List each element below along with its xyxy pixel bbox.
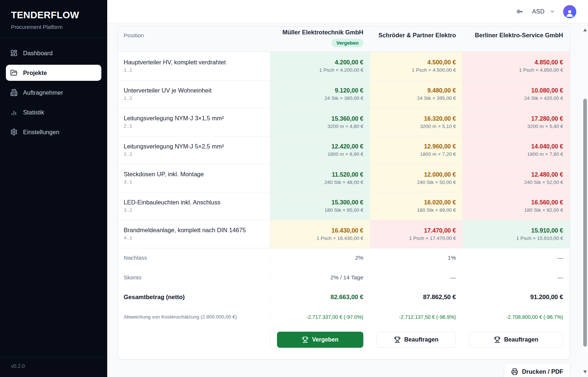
sidebar-item-einstellungen[interactable]: Einstellungen: [6, 124, 101, 140]
offer-cell: 12.960,00 € 1800 m × 7,20 €: [370, 136, 462, 164]
key-icon[interactable]: [516, 7, 524, 16]
table-body: Hauptverteiler HV, komplett verdrahtet 1…: [118, 52, 570, 248]
offer-cell: 14.040,00 € 1800 m × 7,80 €: [462, 136, 570, 164]
offer-cell: 12.000,00 € 240 Stk × 50,00 €: [370, 164, 462, 192]
offer-total: 12.420,00 €: [332, 143, 363, 150]
beauftragen-button-1[interactable]: Beauftragen: [377, 332, 456, 348]
offer-total: 9.120,00 €: [335, 87, 363, 94]
offer-detail: 240 Stk × 50,00 €: [417, 180, 456, 185]
scrollbar[interactable]: [582, 23, 588, 377]
sidebar-item-label: Dashboard: [23, 50, 53, 57]
column-header-contractor-2: Schröder & Partner Elektro: [370, 27, 462, 52]
top-bar: ASD: [107, 0, 588, 23]
offer-cell: 15.360,00 € 3200 m × 4,80 €: [270, 108, 370, 136]
offer-cell: 11.520,00 € 240 Stk × 48,00 €: [270, 164, 370, 192]
offer-detail: 3200 m × 4,80 €: [327, 124, 363, 129]
position-row: Steckdosen UP, inkl. Montage 3.1 11.520,…: [118, 164, 570, 192]
offer-detail: 1800 m × 7,20 €: [420, 151, 456, 157]
dashboard-grid-icon: [10, 49, 18, 57]
offer-total: 12.480,00 €: [531, 171, 563, 178]
sidebar-item-auftragnehmer[interactable]: Auftragnehmer: [6, 84, 101, 101]
position-row: Brandmeldeanlage, komplett nach DIN 1467…: [118, 220, 570, 248]
offer-total: 15.910,00 €: [531, 227, 563, 234]
offer-total: 9.480,00 €: [427, 87, 456, 94]
vergeben-button[interactable]: Vergeben: [277, 332, 363, 348]
skonto-value: —: [370, 274, 462, 281]
total-value: 91.200,00 €: [462, 294, 570, 301]
offer-cell: 9.120,00 € 24 Stk × 380,00 €: [270, 80, 370, 108]
offer-cell: 16.560,00 € 180 Stk × 92,00 €: [462, 192, 570, 220]
avatar[interactable]: [563, 5, 576, 18]
offer-detail: 1800 m × 6,90 €: [327, 151, 363, 157]
sidebar-item-projekte[interactable]: Projekte: [6, 65, 101, 81]
position-number: 1.1: [124, 68, 264, 73]
offer-total: 11.520,00 €: [332, 171, 363, 178]
scrollbar-thumb[interactable]: [583, 99, 587, 347]
position-title: Unterverteiler UV je Wohneinheit: [124, 87, 264, 94]
offer-detail: 180 Stk × 85,00 €: [325, 207, 363, 213]
offer-total: 12.960,00 €: [424, 143, 456, 150]
offer-detail: 1 Psch × 16.430,00 €: [317, 235, 363, 241]
offer-cell: 15.300,00 € 180 Stk × 85,00 €: [270, 192, 370, 220]
position-cell: Leitungsverlegung NYM-J 3×1,5 mm² 2.1: [118, 108, 270, 136]
position-cell: LED-Einbauleuchten inkl. Anschluss 3.2: [118, 192, 270, 220]
sidebar-item-dashboard[interactable]: Dashboard: [6, 45, 101, 61]
position-title: Steckdosen UP, inkl. Montage: [124, 171, 264, 178]
offer-total: 14.040,00 €: [531, 143, 563, 150]
offer-detail: 180 Stk × 89,00 €: [417, 207, 456, 213]
print-pdf-button[interactable]: Drucken / PDF: [504, 363, 570, 377]
offer-detail: 24 Stk × 380,00 €: [325, 95, 363, 101]
bar-chart-icon: [10, 109, 18, 116]
sidebar-item-statistik[interactable]: Statistik: [6, 104, 101, 120]
position-row: Leitungsverlegung NYM-J 3×1,5 mm² 2.1 15…: [118, 108, 570, 136]
offer-detail: 24 Stk × 395,00 €: [417, 95, 456, 101]
deviation-value: -2.708.800,00 € (-96.7%): [462, 314, 570, 320]
offer-total: 16.560,00 €: [531, 199, 563, 206]
summary-row-nachlass: Nachlass 2% 1% —: [118, 248, 570, 268]
offer-detail: 1 Psch × 4.850,00 €: [519, 67, 563, 73]
offer-total: 15.300,00 €: [332, 199, 363, 206]
deviation-value: -2.712.137,50 € (-96.9%): [370, 314, 462, 320]
offer-total: 15.360,00 €: [332, 115, 363, 122]
sidebar-item-label: Projekte: [23, 69, 47, 76]
summary-row-deviation: Abweichung von Kostenschätzung (2.800.00…: [118, 307, 570, 327]
nachlass-value: —: [462, 255, 570, 261]
scrollbar-up-arrow[interactable]: [583, 29, 587, 31]
nachlass-value: 1%: [370, 255, 462, 261]
app-sidebar: TENDERFLOW Procurement Platform Dashboar…: [0, 0, 107, 377]
offer-cell: 16.430,00 € 1 Psch × 16.430,00 €: [270, 220, 370, 248]
offer-cell: 16.020,00 € 180 Stk × 89,00 €: [370, 192, 462, 220]
position-cell: Hauptverteiler HV, komplett verdrahtet 1…: [118, 52, 270, 80]
actions-row: Vergeben Beauftragen Beauftragen: [118, 327, 570, 353]
position-row: Hauptverteiler HV, komplett verdrahtet 1…: [118, 52, 570, 80]
offer-total: 10.080,00 €: [531, 87, 563, 94]
position-number: 4.1: [124, 235, 264, 241]
user-shortname: ASD: [532, 8, 544, 15]
skonto-value: —: [462, 274, 570, 281]
deviation-value: -2.717.337,00 € (-97.0%): [270, 314, 370, 320]
offer-detail: 240 Stk × 48,00 €: [325, 180, 363, 185]
column-header-contractor-1: Müller Elektrotechnik GmbH Vergeben: [270, 27, 370, 52]
beauftragen-button-2[interactable]: Beauftragen: [469, 332, 563, 348]
offer-detail: 1 Psch × 4.200,00 €: [319, 67, 363, 73]
trophy-icon: [394, 336, 401, 343]
offer-total: 17.280,00 €: [531, 115, 563, 122]
offer-total: 4.500,00 €: [427, 59, 456, 66]
person-icon: [565, 9, 574, 18]
app-title: TENDERFLOW: [11, 10, 96, 21]
position-number: 1.2: [124, 96, 264, 101]
total-value: 87.862,50 €: [370, 294, 462, 301]
user-menu[interactable]: ASD: [532, 8, 555, 15]
position-row: Unterverteiler UV je Wohneinheit 1.2 9.1…: [118, 80, 570, 108]
offer-detail: 1 Psch × 17.470,00 €: [409, 235, 456, 241]
app-subtitle: Procurement Platform: [11, 24, 96, 30]
scrollbar-down-arrow[interactable]: [583, 370, 587, 373]
offer-total: 16.430,00 €: [332, 227, 363, 234]
offer-detail: 1 Psch × 4.500,00 €: [412, 67, 456, 73]
offer-total: 16.020,00 €: [424, 199, 456, 206]
offer-detail: 1800 m × 7,80 €: [527, 151, 563, 157]
position-number: 2.1: [124, 124, 264, 129]
position-title: Hauptverteiler HV, komplett verdrahtet: [124, 59, 264, 66]
offer-detail: 1 Psch × 15.910,00 €: [516, 235, 563, 241]
offer-cell: 17.470,00 € 1 Psch × 17.470,00 €: [370, 220, 462, 248]
